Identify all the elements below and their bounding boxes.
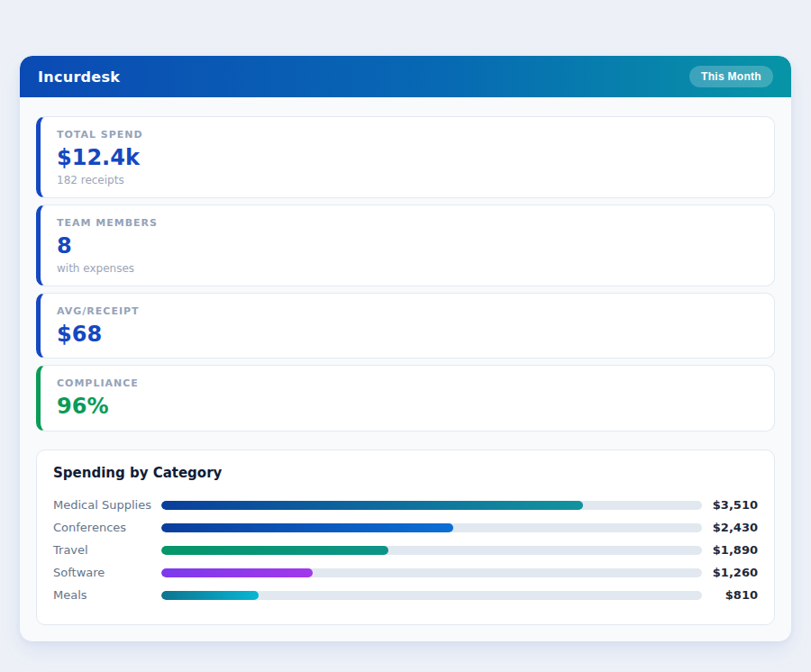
stat-label: COMPLIANCE [57,377,758,389]
category-bar-track [161,501,702,510]
category-label: Meals [53,588,161,602]
category-bar-fill [161,523,453,532]
category-label: Travel [53,543,161,557]
dashboard-content: TOTAL SPEND $12.4k 182 receipts TEAM MEM… [20,97,791,641]
stat-value: 96% [57,394,758,420]
stat-value: 8 [57,233,758,259]
stat-card-team-members: TEAM MEMBERS 8 with expenses [36,204,775,286]
category-bar-track [161,523,702,532]
category-value: $810 [702,588,758,602]
category-value: $2,430 [702,521,758,534]
stat-card-avg-receipt: AVG/RECEIPT $68 [36,293,775,359]
category-value: $1,890 [702,543,758,557]
category-row: Software$1,260 [53,561,758,584]
category-bar-fill [161,568,313,577]
category-label: Conferences [53,521,161,534]
stat-label: TEAM MEMBERS [57,217,758,229]
stat-label: AVG/RECEIPT [57,305,758,317]
category-bar-track [161,591,702,600]
category-value: $1,260 [702,566,758,579]
stat-value: $12.4k [57,145,758,171]
stat-subtext: 182 receipts [57,174,758,186]
category-bar-track [161,568,702,577]
category-bar-chart: Medical Supplies$3,510Conferences$2,430T… [53,494,758,606]
category-row: Meals$810 [53,584,758,606]
category-value: $3,510 [702,498,758,512]
stat-value: $68 [57,322,758,348]
app-title: Incurdesk [38,68,120,86]
stat-card-compliance: COMPLIANCE 96% [36,365,775,431]
stat-card-total-spend: TOTAL SPEND $12.4k 182 receipts [36,116,775,198]
period-badge[interactable]: This Month [689,66,773,87]
spending-chart-title: Spending by Category [53,465,758,481]
stat-subtext: with expenses [57,262,758,275]
category-label: Medical Supplies [53,498,161,512]
category-label: Software [53,566,161,579]
app-header: Incurdesk This Month [20,56,791,97]
category-bar-fill [161,501,583,510]
category-bar-track [161,546,702,555]
category-row: Medical Supplies$3,510 [53,494,758,516]
category-row: Conferences$2,430 [53,516,758,539]
stat-label: TOTAL SPEND [57,129,758,141]
category-bar-fill [161,591,259,600]
spending-by-category-card: Spending by Category Medical Supplies$3,… [36,450,775,625]
category-row: Travel$1,890 [53,539,758,561]
category-bar-fill [161,546,388,555]
dashboard-panel: Incurdesk This Month TOTAL SPEND $12.4k … [20,56,791,641]
